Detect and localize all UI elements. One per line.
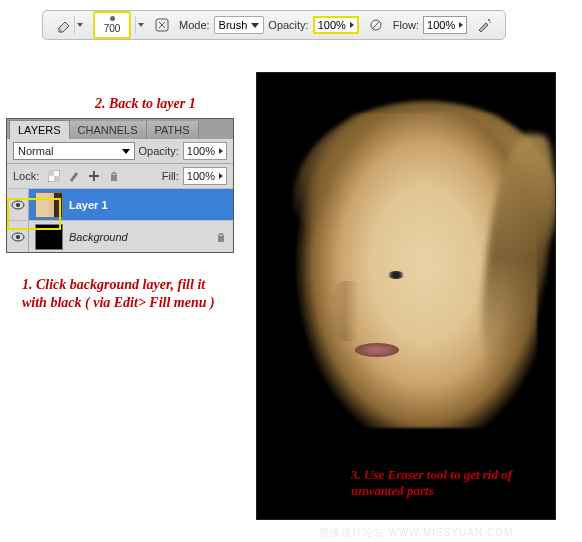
svg-point-9 bbox=[16, 203, 20, 207]
svg-rect-6 bbox=[54, 176, 60, 182]
brush-panel-toggle[interactable] bbox=[149, 14, 175, 36]
arrow-right-icon bbox=[219, 148, 223, 154]
brush-flyout-icon[interactable] bbox=[135, 16, 145, 34]
chevron-down-icon bbox=[122, 149, 130, 154]
watermark: 思缘设计论坛 WWW.MISSYUAN.COM bbox=[266, 526, 566, 540]
tablet-pressure-icon bbox=[368, 17, 384, 33]
fill-label: Fill: bbox=[162, 170, 179, 182]
opacity-label: Opacity: bbox=[268, 19, 308, 31]
visibility-toggle[interactable] bbox=[7, 221, 29, 252]
flyout-icon[interactable] bbox=[74, 16, 84, 34]
fill-value: 100% bbox=[187, 170, 215, 182]
layers-panel: LAYERS CHANNELS PATHS Normal Opacity: 10… bbox=[6, 118, 234, 253]
blend-mode-select[interactable]: Normal bbox=[13, 142, 135, 160]
tablet-opacity-toggle[interactable] bbox=[363, 14, 389, 36]
lock-all-icon[interactable] bbox=[107, 169, 121, 183]
arrow-right-icon bbox=[350, 22, 354, 28]
lock-transparency-icon[interactable] bbox=[47, 169, 61, 183]
flow-label: Flow: bbox=[393, 19, 419, 31]
lock-position-icon[interactable] bbox=[87, 169, 101, 183]
lock-row: Lock: Fill: 100% bbox=[7, 163, 233, 188]
document-canvas[interactable]: 3. Use Eraser tool to get rid of unwante… bbox=[256, 72, 556, 520]
layer-thumbnail[interactable] bbox=[35, 192, 63, 218]
eye-icon bbox=[11, 200, 25, 210]
portrait-lips bbox=[355, 343, 399, 357]
mode-value: Brush bbox=[219, 19, 248, 31]
portrait-eye bbox=[387, 271, 405, 279]
panel-opacity-input[interactable]: 100% bbox=[183, 142, 227, 160]
chevron-down-icon bbox=[251, 23, 259, 28]
annotation-step3: 3. Use Eraser tool to get rid of unwante… bbox=[351, 467, 541, 500]
layer-name: Background bbox=[69, 231, 128, 243]
brush-size-value: 700 bbox=[104, 23, 121, 34]
options-toolbar: 700 Mode: Brush Opacity: 100% Flow: 100% bbox=[42, 10, 506, 40]
brushes-panel-icon bbox=[154, 17, 170, 33]
annotation-step2: 2. Back to layer 1 bbox=[95, 95, 196, 113]
airbrush-toggle[interactable] bbox=[471, 14, 497, 36]
lock-icon bbox=[215, 231, 227, 243]
layer-row-background[interactable]: Background bbox=[7, 220, 233, 252]
svg-rect-7 bbox=[111, 175, 117, 181]
portrait-nose bbox=[331, 281, 365, 341]
layer-row-layer1[interactable]: Layer 1 bbox=[7, 188, 233, 220]
lock-label: Lock: bbox=[13, 170, 39, 182]
arrow-right-icon bbox=[459, 22, 463, 28]
panel-opacity-value: 100% bbox=[187, 145, 215, 157]
panel-tabs: LAYERS CHANNELS PATHS bbox=[7, 119, 233, 139]
lock-pixels-icon[interactable] bbox=[67, 169, 81, 183]
svg-point-11 bbox=[16, 235, 20, 239]
opacity-value: 100% bbox=[318, 19, 346, 31]
layer-name: Layer 1 bbox=[69, 199, 108, 211]
airbrush-icon bbox=[476, 17, 492, 33]
brush-size-picker[interactable]: 700 bbox=[93, 11, 131, 39]
tab-layers[interactable]: LAYERS bbox=[9, 120, 70, 139]
flow-value: 100% bbox=[427, 19, 455, 31]
svg-point-2 bbox=[488, 19, 490, 21]
mode-label: Mode: bbox=[179, 19, 210, 31]
annotation-step1: 1. Click background layer, fill it with … bbox=[22, 276, 232, 311]
eye-icon bbox=[11, 232, 25, 242]
brush-preview-dot bbox=[110, 16, 115, 21]
mode-select[interactable]: Brush bbox=[214, 16, 265, 34]
layer-thumbnail[interactable] bbox=[35, 224, 63, 250]
arrow-right-icon bbox=[219, 173, 223, 179]
blend-mode-value: Normal bbox=[18, 145, 53, 157]
tab-paths[interactable]: PATHS bbox=[147, 121, 199, 139]
panel-opacity-label: Opacity: bbox=[139, 145, 179, 157]
eraser-icon bbox=[56, 17, 72, 33]
svg-rect-12 bbox=[218, 236, 224, 242]
fill-input[interactable]: 100% bbox=[183, 167, 227, 185]
flow-input[interactable]: 100% bbox=[423, 16, 467, 34]
blend-row: Normal Opacity: 100% bbox=[7, 139, 233, 163]
visibility-toggle[interactable] bbox=[7, 189, 29, 220]
eraser-tool-preset[interactable] bbox=[51, 14, 89, 36]
opacity-input[interactable]: 100% bbox=[313, 16, 359, 34]
svg-rect-5 bbox=[48, 170, 54, 176]
svg-point-3 bbox=[490, 21, 491, 22]
tab-channels[interactable]: CHANNELS bbox=[70, 121, 147, 139]
layer-list: Layer 1 Background bbox=[7, 188, 233, 252]
